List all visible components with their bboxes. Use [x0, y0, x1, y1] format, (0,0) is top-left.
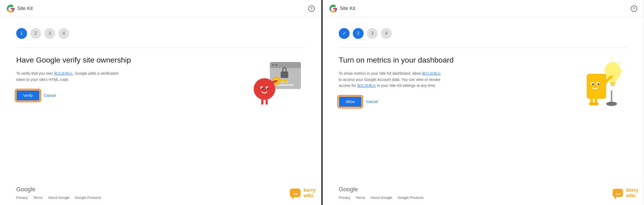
- panel-left: Site Kit ? 1 2 3 4 Have Google verify si…: [0, 0, 321, 205]
- illustration-right: [568, 55, 628, 109]
- verify-illustration-icon: [248, 57, 302, 108]
- google-footer-label-right: Google: [339, 186, 628, 193]
- verify-button[interactable]: Verify: [16, 90, 40, 101]
- berry-icon-right: [612, 187, 625, 200]
- step-2-active: 2: [353, 28, 364, 39]
- svg-rect-25: [610, 82, 615, 84]
- svg-marker-43: [614, 197, 616, 200]
- divider-right: [339, 47, 628, 48]
- page-description-right: To show metrics in your Site Kit dashboa…: [339, 70, 441, 88]
- footer-left: Google Privacy Terms About Google Google…: [0, 180, 321, 205]
- footer-about-right[interactable]: About Google: [371, 196, 392, 200]
- steps-row-right: ✓ 2 3 4: [339, 28, 628, 39]
- google-logo-icon: [6, 4, 15, 13]
- illustration-left: [246, 55, 305, 109]
- step-4: 4: [58, 28, 69, 39]
- desc-link2-right[interactable]: 워드프레스: [357, 83, 376, 88]
- svg-rect-18: [286, 80, 287, 83]
- site-kit-title-right: Site Kit: [340, 6, 355, 11]
- desc-after-right: in your Site Kit settings at any time.: [376, 83, 436, 88]
- header-right: Site Kit ?: [323, 0, 644, 17]
- footer-privacy-right[interactable]: Privacy: [339, 196, 350, 200]
- desc-before-left: To verify that you own: [16, 71, 54, 76]
- steps-row-left: 1 2 3 4: [16, 28, 305, 39]
- header-brand-right: Site Kit: [329, 4, 355, 13]
- desc-link1-right[interactable]: 워드프레스: [422, 71, 441, 76]
- svg-point-3: [272, 64, 274, 66]
- svg-rect-19: [283, 80, 285, 82]
- desc-link-left[interactable]: 워드프레스: [54, 71, 73, 76]
- svg-rect-5: [281, 71, 288, 78]
- google-footer-label-left: Google: [16, 186, 305, 193]
- panel-right: Site Kit ? ✓ 2 3 4 Turn on metrics in yo…: [323, 0, 644, 205]
- allow-button[interactable]: Allow: [339, 96, 362, 107]
- svg-rect-26: [611, 84, 615, 86]
- footer-products-right[interactable]: Google Products: [398, 196, 424, 200]
- header-left: Site Kit ?: [0, 0, 321, 17]
- berry-watermark-right: berry wiki.: [612, 187, 638, 200]
- footer-links-left: Privacy Terms About Google Google Produc…: [16, 196, 305, 200]
- header-brand-left: Site Kit: [6, 4, 33, 13]
- svg-rect-20: [290, 189, 300, 197]
- main-content-right: ✓ 2 3 4 Turn on metrics in your dashboar…: [323, 17, 644, 180]
- content-area-left: Have Google verify site ownership To ver…: [16, 55, 305, 170]
- step-3-right: 3: [367, 28, 378, 39]
- buttons-row-right: Allow Cancel: [339, 96, 557, 107]
- footer-products-left[interactable]: Google Products: [75, 196, 101, 200]
- footer-terms-left[interactable]: Terms: [33, 196, 43, 200]
- svg-rect-42: [613, 189, 623, 197]
- page-description-left: To verify that you own 워드프레스, Google add…: [16, 70, 119, 83]
- svg-rect-13: [261, 99, 263, 105]
- step-1-completed: ✓: [339, 28, 350, 39]
- text-section-right: Turn on metrics in your dashboard To sho…: [339, 55, 557, 107]
- svg-rect-24: [609, 79, 616, 82]
- page-title-right: Turn on metrics in your dashboard: [339, 55, 557, 65]
- svg-point-12: [267, 87, 269, 89]
- site-kit-title-left: Site Kit: [17, 6, 33, 11]
- svg-point-4: [275, 64, 277, 66]
- step-1: 1: [16, 28, 27, 39]
- footer-right: Google Privacy Terms About Google Google…: [323, 180, 644, 205]
- berry-icon-left: [289, 187, 302, 200]
- svg-rect-30: [587, 74, 606, 98]
- buttons-row-left: Verify Cancel: [16, 90, 235, 101]
- content-area-right: Turn on metrics in your dashboard To sho…: [339, 55, 628, 170]
- metrics-illustration-icon: [571, 55, 625, 109]
- google-logo-icon-right: [329, 4, 338, 13]
- svg-point-41: [606, 102, 617, 106]
- text-section-left: Have Google verify site ownership To ver…: [16, 55, 235, 101]
- svg-point-11: [261, 87, 263, 89]
- desc-before-right: To show metrics in your Site Kit dashboa…: [339, 71, 422, 76]
- cancel-button-left[interactable]: Cancel: [44, 93, 56, 98]
- step-4-right: 4: [381, 28, 392, 39]
- berry-text-right: berry wiki.: [626, 188, 638, 199]
- page-title-left: Have Google verify site ownership: [16, 55, 235, 65]
- footer-about-left[interactable]: About Google: [48, 196, 70, 200]
- footer-terms-right[interactable]: Terms: [356, 196, 365, 200]
- svg-rect-14: [266, 99, 268, 105]
- svg-line-28: [619, 62, 620, 63]
- svg-point-34: [592, 83, 594, 85]
- svg-point-39: [593, 102, 599, 105]
- step-2: 2: [30, 28, 41, 39]
- footer-links-right: Privacy Terms About Google Google Produc…: [339, 196, 628, 200]
- help-icon-left[interactable]: ?: [308, 5, 315, 12]
- cancel-button-right[interactable]: Cancel: [366, 100, 378, 104]
- berry-text-left: berry wiki.: [304, 188, 316, 199]
- svg-point-35: [598, 83, 599, 85]
- checkmark-icon: ✓: [342, 30, 346, 36]
- divider-left: [16, 47, 305, 48]
- footer-privacy-left[interactable]: Privacy: [16, 196, 28, 200]
- step-3: 3: [44, 28, 55, 39]
- main-content-left: 1 2 3 4 Have Google verify site ownershi…: [0, 17, 321, 180]
- svg-rect-2: [270, 63, 300, 67]
- berry-watermark-left: berry wiki.: [289, 187, 316, 200]
- svg-point-23: [605, 62, 621, 81]
- help-icon-right[interactable]: ?: [631, 5, 637, 12]
- svg-marker-22: [292, 197, 294, 200]
